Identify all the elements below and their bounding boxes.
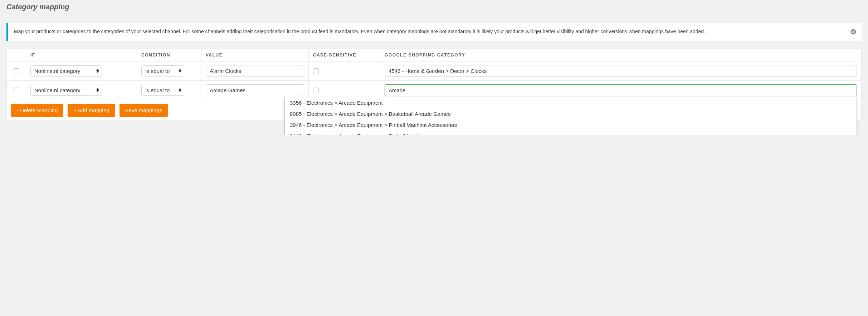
autocomplete-item[interactable]: 3356 - Electronics > Arcade Equipment (285, 97, 857, 108)
case-sensitive-checkbox[interactable] (313, 88, 319, 93)
autocomplete-item[interactable]: 3140 - Electronics > Arcade Equipment > … (285, 130, 857, 135)
header-if: IF (26, 49, 137, 61)
value-input[interactable] (206, 84, 304, 96)
condition-select[interactable]: is equal to (141, 85, 184, 96)
value-input[interactable] (206, 65, 304, 77)
row-checkbox[interactable] (14, 88, 19, 93)
gsc-input[interactable] (385, 65, 857, 77)
info-alert: Map your products or categories to the c… (6, 23, 862, 41)
if-select[interactable]: Nonline.nl category (30, 65, 102, 76)
header-checkbox-col (7, 49, 26, 61)
gsc-autocomplete-dropdown: 3356 - Electronics > Arcade Equipment 80… (284, 97, 857, 135)
dismiss-alert-button[interactable] (849, 28, 857, 36)
case-sensitive-checkbox[interactable] (313, 68, 319, 74)
info-alert-text: Map your products or categories to the c… (14, 29, 705, 34)
condition-select[interactable]: is equal to (141, 65, 184, 76)
header-value: VALUE (201, 49, 309, 61)
add-mapping-button[interactable]: + Add mapping (68, 104, 115, 117)
autocomplete-item[interactable]: 8085 - Electronics > Arcade Equipment > … (285, 108, 857, 119)
row-checkbox[interactable] (14, 68, 19, 74)
save-mappings-button[interactable]: Save mappings (120, 104, 168, 117)
close-icon (850, 29, 857, 35)
autocomplete-item[interactable]: 3946 - Electronics > Arcade Equipment > … (285, 119, 857, 130)
delete-mapping-button[interactable]: - Delete mapping (11, 104, 63, 117)
table-row: Nonline.nl category is equal to (7, 61, 862, 80)
gsc-input[interactable] (385, 84, 857, 96)
page-title: Category mapping (6, 0, 862, 15)
header-gsc: GOOGLE SHOPPING CATEGORY (380, 49, 862, 61)
header-condition: CONDITION (137, 49, 201, 61)
header-case-sensitive: CASE-SENSITIVE (309, 49, 380, 61)
if-select[interactable]: Nonline.nl category (30, 85, 102, 96)
